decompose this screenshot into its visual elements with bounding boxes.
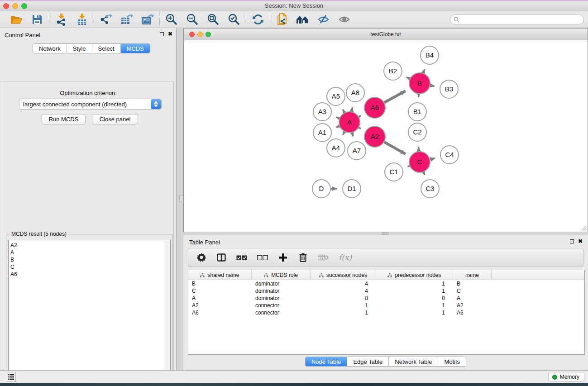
refresh-icon[interactable] — [251, 13, 265, 26]
graph-node-A3[interactable]: A3 — [313, 103, 331, 121]
graph-node-B4[interactable]: B4 — [421, 46, 439, 64]
table-cell[interactable]: B — [188, 280, 252, 287]
graph-edge-A-A4[interactable] — [343, 132, 344, 135]
deselect-all-icon[interactable] — [257, 252, 268, 263]
run-mcds-button[interactable]: Run MCDS — [42, 114, 86, 124]
table-row[interactable]: Bdominator41B — [188, 280, 584, 287]
table-cell[interactable]: 1 — [376, 287, 453, 295]
close-panel-button[interactable]: Close panel — [92, 114, 138, 124]
table-cell[interactable]: 4 — [311, 287, 376, 295]
add-column-icon[interactable] — [278, 252, 288, 263]
result-list-item[interactable]: C — [10, 263, 170, 271]
result-list-item[interactable]: A — [10, 249, 170, 256]
tab-style[interactable]: Style — [67, 44, 92, 53]
graph-node-A[interactable]: A — [339, 112, 360, 133]
graph-edge-A-A5[interactable] — [343, 110, 344, 113]
search-field[interactable] — [450, 14, 584, 24]
result-list-item[interactable]: A6 — [10, 271, 170, 278]
open-session-icon[interactable] — [9, 13, 24, 26]
import-table-icon[interactable] — [75, 13, 89, 26]
graph-node-A5[interactable]: A5 — [327, 87, 345, 105]
column-header-shared-name[interactable]: shared name — [188, 270, 252, 280]
graph-edge-A-A6[interactable] — [359, 116, 361, 117]
zoom-out-icon[interactable] — [185, 13, 200, 26]
table-cell[interactable]: connector — [252, 302, 311, 309]
tab-network[interactable]: Network — [33, 44, 67, 53]
graph-node-B2[interactable]: B2 — [384, 62, 402, 80]
graph-node-D1[interactable]: D1 — [343, 180, 361, 198]
export-network-icon[interactable] — [99, 13, 113, 26]
graph-edge-C-C4[interactable] — [430, 158, 435, 160]
function-builder-icon[interactable]: f(x) — [339, 253, 352, 262]
result-list-scrollbar[interactable] — [164, 241, 170, 386]
horizontal-splitter-handle[interactable] — [382, 232, 389, 235]
delete-table-icon[interactable] — [318, 252, 329, 263]
tab-mcds[interactable]: MCDS — [121, 44, 150, 53]
table-close-panel-icon[interactable]: ✖ — [578, 239, 583, 243]
graph-node-B3[interactable]: B3 — [440, 80, 458, 98]
graph-edge-A-A7[interactable] — [352, 133, 353, 136]
table-cell[interactable]: B — [453, 280, 492, 287]
delete-column-icon[interactable] — [298, 252, 308, 263]
column-header-successor-nodes[interactable]: successor nodes — [311, 270, 376, 280]
tab-motifs[interactable]: Motifs — [438, 357, 466, 366]
zoom-fit-icon[interactable] — [206, 13, 220, 26]
float-panel-icon[interactable] — [160, 32, 164, 36]
graph-edge-B-B3[interactable] — [430, 86, 435, 86]
tab-network-table[interactable]: Network Table — [389, 357, 438, 366]
graph-edge-A-A3[interactable] — [336, 117, 339, 119]
graph-edge-A2-C[interactable] — [384, 142, 406, 154]
column-header-MCDS-role[interactable]: MCDS role — [252, 270, 311, 280]
network-graph-canvas[interactable]: B4B2BB3A8A5A6A3B1AA1C2A2A4A7C4CC1C3DD1 — [184, 40, 588, 232]
graph-node-A6[interactable]: A6 — [364, 97, 385, 118]
graph-node-C[interactable]: C — [409, 152, 430, 172]
search-input[interactable] — [462, 16, 583, 23]
select-all-icon[interactable] — [236, 252, 247, 263]
column-header-name[interactable]: name — [453, 270, 492, 280]
zoom-selected-icon[interactable] — [227, 13, 241, 26]
table-cell[interactable]: 8 — [311, 295, 376, 302]
graph-edge-C-C3[interactable] — [424, 172, 425, 175]
table-cell[interactable]: C — [188, 287, 252, 295]
show-all-icon[interactable] — [337, 13, 352, 26]
graph-node-C4[interactable]: C4 — [440, 146, 459, 164]
graph-edge-B-B4[interactable] — [423, 69, 425, 73]
table-cell[interactable]: 1 — [376, 302, 453, 309]
tab-edge-table[interactable]: Edge Table — [347, 357, 389, 366]
graph-edge-C-C2[interactable] — [418, 147, 419, 151]
table-cell[interactable]: C — [453, 287, 492, 295]
column-visibility-icon[interactable] — [216, 252, 226, 263]
result-list-item[interactable]: B — [10, 256, 170, 263]
table-cell[interactable]: A — [453, 295, 492, 302]
graph-node-C1[interactable]: C1 — [385, 163, 403, 181]
column-header-predecessor-nodes[interactable]: predecessor nodes — [376, 270, 453, 280]
graph-node-A7[interactable]: A7 — [348, 142, 366, 160]
mcds-result-list[interactable]: A2ABCA6 — [8, 240, 171, 386]
table-cell[interactable]: A6 — [453, 309, 492, 316]
table-settings-icon[interactable] — [196, 252, 206, 263]
tab-node-table[interactable]: Node Table — [306, 357, 348, 366]
graph-edge-A-A8[interactable] — [352, 107, 353, 111]
table-cell[interactable]: A2 — [188, 302, 252, 309]
export-table-icon[interactable] — [120, 13, 134, 26]
table-cell[interactable]: dominator — [252, 287, 311, 295]
graph-edge-A-A1[interactable] — [336, 126, 339, 128]
table-cell[interactable]: 1 — [311, 309, 376, 316]
graph-node-A4[interactable]: A4 — [327, 139, 345, 157]
memory-button[interactable]: Memory — [548, 372, 584, 382]
tab-select[interactable]: Select — [92, 44, 121, 53]
new-network-from-selection-icon[interactable] — [275, 13, 289, 26]
table-cell[interactable]: dominator — [252, 280, 311, 287]
table-cell[interactable]: A — [188, 295, 252, 302]
table-row[interactable]: Cdominator41C — [188, 287, 584, 295]
table-cell[interactable]: 0 — [376, 295, 453, 302]
graph-node-A1[interactable]: A1 — [313, 124, 331, 142]
graph-node-C2[interactable]: C2 — [408, 123, 426, 141]
table-cell[interactable]: A2 — [453, 302, 492, 309]
table-cell[interactable]: 1 — [376, 309, 453, 316]
graph-edge-A-A2[interactable] — [359, 128, 361, 129]
table-cell[interactable]: A6 — [188, 309, 252, 316]
graph-node-B1[interactable]: B1 — [408, 103, 426, 121]
optimization-criterion-dropdown[interactable]: largest connected component (directed) — [19, 99, 162, 110]
save-session-icon[interactable] — [30, 13, 44, 26]
